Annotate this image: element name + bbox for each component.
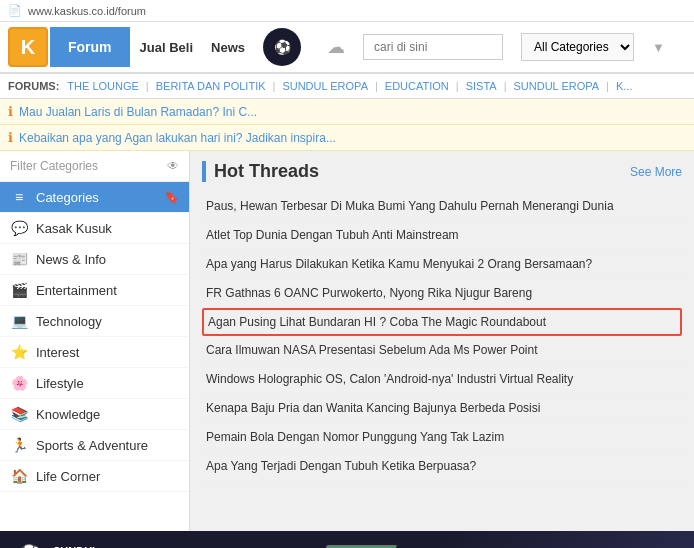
sidebar-item-label-categories: Categories xyxy=(36,190,99,205)
sidebar-item-label-knowledge: Knowledge xyxy=(36,407,100,422)
thread-item: Paus, Hewan Terbesar Di Muka Bumi Yang D… xyxy=(202,192,682,221)
info-icon-2: ℹ xyxy=(8,130,13,145)
thread-link-7[interactable]: Windows Holographic OS, Calon 'Android-n… xyxy=(202,370,682,388)
nav-more[interactable]: K... xyxy=(616,80,633,92)
thread-list: Paus, Hewan Terbesar Di Muka Bumi Yang D… xyxy=(202,192,682,481)
announcement-text-2: Kebaikan apa yang Agan lakukan hari ini?… xyxy=(19,131,336,145)
thread-link-9[interactable]: Pemain Bola Dengan Nomor Punggung Yang T… xyxy=(202,428,682,446)
info-icon-1: ℹ xyxy=(8,104,13,119)
technology-icon: 💻 xyxy=(10,313,28,329)
url-text: www.kaskus.co.id/forum xyxy=(28,5,146,17)
sidebar-item-label-life-corner: Life Corner xyxy=(36,469,100,484)
sidebar-item-label-news-info: News & Info xyxy=(36,252,106,267)
see-more-link[interactable]: See More xyxy=(630,165,682,179)
thread-item: Pemain Bola Dengan Nomor Punggung Yang T… xyxy=(202,423,682,452)
thread-link-4[interactable]: FR Gathnas 6 OANC Purwokerto, Nyong Rika… xyxy=(202,284,682,302)
header: K Forum Jual Beli News ☁ All Categories … xyxy=(0,22,694,74)
thread-link-8[interactable]: Kenapa Baju Pria dan Wanita Kancing Baju… xyxy=(202,399,682,417)
thread-item: Kenapa Baju Pria dan Wanita Kancing Baju… xyxy=(202,394,682,423)
banner-ball-icon: ⚽ xyxy=(16,544,43,548)
forum-button[interactable]: Forum xyxy=(50,27,130,67)
knowledge-icon: 📚 xyxy=(10,406,28,422)
sidebar-item-label-kasak-kusuk: Kasak Kusuk xyxy=(36,221,112,236)
bookmark-icon[interactable]: 🔖 xyxy=(164,190,179,204)
sidebar-item-news-info[interactable]: 📰 News & Info xyxy=(0,244,189,275)
hot-threads-header: Hot Threads See More xyxy=(202,161,682,182)
bottom-banner: ⚽ SUNDULEROPA See More Powered by xyxy=(0,531,694,548)
address-bar: 📄 www.kaskus.co.id/forum xyxy=(0,0,694,22)
forums-label: FORUMS: xyxy=(8,80,59,92)
thread-link-10[interactable]: Apa Yang Terjadi Dengan Tubuh Ketika Ber… xyxy=(202,457,682,475)
thread-link-2[interactable]: Atlet Top Dunia Dengan Tubuh Anti Mainst… xyxy=(202,226,682,244)
sidebar-item-label-technology: Technology xyxy=(36,314,102,329)
thread-link-3[interactable]: Apa yang Harus Dilakukan Ketika Kamu Men… xyxy=(202,255,682,273)
news-link[interactable]: News xyxy=(211,40,245,55)
thread-link-1[interactable]: Paus, Hewan Terbesar Di Muka Bumi Yang D… xyxy=(202,197,682,215)
thread-item: FR Gathnas 6 OANC Purwokerto, Nyong Rika… xyxy=(202,279,682,308)
page-icon: 📄 xyxy=(8,4,22,17)
sidebar-item-label-sports: Sports & Adventure xyxy=(36,438,148,453)
hot-threads-title: Hot Threads xyxy=(202,161,319,182)
categories-icon: ≡ xyxy=(10,189,28,205)
life-corner-icon: 🏠 xyxy=(10,468,28,484)
thread-item: Apa yang Harus Dilakukan Ketika Kamu Men… xyxy=(202,250,682,279)
sidebar-item-categories[interactable]: ≡ Categories 🔖 xyxy=(0,182,189,213)
search-input[interactable] xyxy=(363,34,503,60)
main-content: Hot Threads See More Paus, Hewan Terbesa… xyxy=(190,151,694,531)
nav-education[interactable]: EDUCATION xyxy=(385,80,449,92)
news-info-icon: 📰 xyxy=(10,251,28,267)
sidebar-item-entertainment[interactable]: 🎬 Entertainment xyxy=(0,275,189,306)
sidebar-item-kasak-kusuk[interactable]: 💬 Kasak Kusuk xyxy=(0,213,189,244)
announcement-2: ℹ Kebaikan apa yang Agan lakukan hari in… xyxy=(0,125,694,151)
forum-nav: FORUMS: THE LOUNGE | BERITA DAN POLITIK … xyxy=(0,74,694,99)
eye-icon[interactable]: 👁 xyxy=(167,159,179,173)
banner-left: ⚽ SUNDULEROPA xyxy=(16,544,99,548)
category-select[interactable]: All Categories xyxy=(521,33,634,61)
sports-icon: 🏃 xyxy=(10,437,28,453)
thread-item: Apa Yang Terjadi Dengan Tubuh Ketika Ber… xyxy=(202,452,682,481)
nav-berita-politik[interactable]: BERITA DAN POLITIK xyxy=(156,80,266,92)
cloud-icon: ☁ xyxy=(327,36,345,58)
sidebar-item-life-corner[interactable]: 🏠 Life Corner xyxy=(0,461,189,492)
thread-link-5[interactable]: Agan Pusing Lihat Bundaran HI ? Coba The… xyxy=(204,313,680,331)
nav-sundul-eropa-2[interactable]: SUNDUL EROPA xyxy=(514,80,600,92)
lifestyle-icon: 🌸 xyxy=(10,375,28,391)
thread-item-highlighted: Agan Pusing Lihat Bundaran HI ? Coba The… xyxy=(202,308,682,336)
sidebar-item-lifestyle[interactable]: 🌸 Lifestyle xyxy=(0,368,189,399)
kasak-kusuk-icon: 💬 xyxy=(10,220,28,236)
announcement-1: ℹ Mau Jualan Laris di Bulan Ramadan? Ini… xyxy=(0,99,694,125)
sidebar-item-label-interest: Interest xyxy=(36,345,79,360)
logo[interactable]: K xyxy=(8,27,48,67)
nav-the-lounge[interactable]: THE LOUNGE xyxy=(67,80,139,92)
announcement-text-1: Mau Jualan Laris di Bulan Ramadan? Ini C… xyxy=(19,105,257,119)
sidebar-item-technology[interactable]: 💻 Technology xyxy=(0,306,189,337)
nav-sista[interactable]: SISTA xyxy=(466,80,497,92)
sidebar: Filter Categories 👁 ≡ Categories 🔖 💬 Kas… xyxy=(0,151,190,531)
sidebar-item-label-lifestyle: Lifestyle xyxy=(36,376,84,391)
thread-item: Atlet Top Dunia Dengan Tubuh Anti Mainst… xyxy=(202,221,682,250)
sundul-logo[interactable] xyxy=(263,28,301,66)
nav-sundul-eropa-1[interactable]: SUNDUL EROPA xyxy=(282,80,368,92)
chevron-down-icon: ▼ xyxy=(652,40,665,55)
thread-item: Cara Ilmuwan NASA Presentasi Sebelum Ada… xyxy=(202,336,682,365)
sidebar-item-interest[interactable]: ⭐ Interest xyxy=(0,337,189,368)
sidebar-item-sports-adventure[interactable]: 🏃 Sports & Adventure xyxy=(0,430,189,461)
main-layout: Filter Categories 👁 ≡ Categories 🔖 💬 Kas… xyxy=(0,151,694,531)
sidebar-item-label-entertainment: Entertainment xyxy=(36,283,117,298)
sidebar-filter: Filter Categories 👁 xyxy=(0,151,189,182)
header-nav: Jual Beli News ☁ All Categories ▼ xyxy=(140,28,686,66)
thread-item: Windows Holographic OS, Calon 'Android-n… xyxy=(202,365,682,394)
thread-link-6[interactable]: Cara Ilmuwan NASA Presentasi Sebelum Ada… xyxy=(202,341,682,359)
sidebar-item-knowledge[interactable]: 📚 Knowledge xyxy=(0,399,189,430)
entertainment-icon: 🎬 xyxy=(10,282,28,298)
interest-icon: ⭐ xyxy=(10,344,28,360)
jual-beli-link[interactable]: Jual Beli xyxy=(140,40,193,55)
filter-label: Filter Categories xyxy=(10,159,98,173)
